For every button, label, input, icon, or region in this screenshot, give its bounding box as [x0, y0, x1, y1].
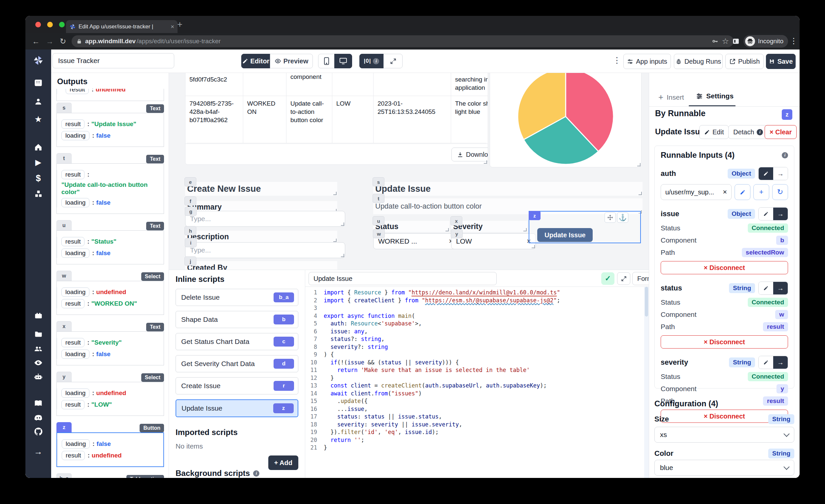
connect-arrow-icon[interactable]: →	[773, 167, 788, 180]
save-button[interactable]: Save	[766, 54, 796, 69]
disconnect-button[interactable]: × Disconnect	[661, 261, 788, 274]
pencil-icon[interactable]	[759, 208, 773, 220]
refresh-resource-icon[interactable]: ↻	[772, 184, 788, 200]
new-tab-button[interactable]: +	[177, 19, 182, 30]
favorites-star-icon[interactable]: ★	[25, 115, 51, 124]
editor-scrollbar[interactable]	[644, 287, 649, 478]
anchor-icon[interactable]: ⚓	[617, 212, 628, 223]
component-tag[interactable]: i	[185, 238, 197, 247]
description-label[interactable]: h Description	[185, 231, 337, 242]
inline-script-z[interactable]: Update Issuez	[175, 400, 298, 417]
home-icon[interactable]	[25, 143, 51, 151]
component-tag[interactable]: e	[184, 177, 196, 187]
script-name-input[interactable]: Update Issue	[309, 272, 497, 285]
resource-input[interactable]: u/user/my_sup...×	[661, 184, 732, 200]
output-toggle-z[interactable]: z	[57, 422, 72, 432]
component-tag[interactable]: w	[373, 229, 385, 238]
status-select[interactable]: w WORKED ...×	[373, 233, 458, 249]
edit-resource-icon[interactable]	[735, 184, 750, 200]
variables-box-icon[interactable]	[25, 311, 51, 320]
component-tag[interactable]: y	[451, 229, 463, 238]
summary-input[interactable]: g Type...	[185, 211, 345, 227]
minimize-window-button[interactable]	[47, 22, 53, 27]
editor-tab[interactable]: Editor	[241, 54, 270, 68]
inline-script-c[interactable]: Get Status Chart Datac	[175, 333, 298, 350]
table-row[interactable]: 794208f5-2735-428a-b4af-b071ff0a2962WORK…	[185, 96, 488, 143]
component-tag[interactable]: g	[185, 207, 197, 216]
preview-tab[interactable]: Preview	[270, 54, 313, 68]
pencil-icon[interactable]	[759, 282, 773, 294]
github-icon[interactable]	[25, 427, 51, 436]
inline-script-b[interactable]: Shape Datab	[175, 311, 298, 328]
workers-robot-icon[interactable]	[25, 372, 51, 381]
output-toggle-x[interactable]: x	[57, 321, 72, 332]
output-toggle-b_a[interactable]: b_a	[57, 473, 72, 478]
disconnect-button[interactable]: × Disconnect	[661, 335, 788, 349]
size-select[interactable]: xs	[654, 427, 794, 443]
output-toggle-w[interactable]: w	[57, 271, 72, 281]
mobile-view-icon[interactable]	[318, 54, 334, 68]
clear-resource-icon[interactable]: ×	[723, 188, 727, 196]
audit-eye-icon[interactable]	[25, 358, 51, 367]
groups-users-icon[interactable]	[25, 344, 51, 354]
output-toggle-t[interactable]: t	[57, 153, 72, 163]
inline-script-b_a[interactable]: Delete Issueb_a	[175, 289, 298, 306]
code-editor[interactable]: 1import { Resource } from "https://deno.…	[305, 287, 644, 478]
debug-runs-button[interactable]: Debug Runs	[674, 54, 723, 69]
move-handle-icon[interactable]	[605, 212, 616, 223]
user-icon[interactable]	[25, 97, 51, 106]
windmill-logo-icon[interactable]	[25, 55, 51, 66]
app-canvas[interactable]: 5fd0f7d5c3c2componentsearching in the ap…	[169, 73, 649, 270]
component-tag[interactable]: t	[373, 194, 384, 203]
app-inputs-button[interactable]: App inputs	[623, 54, 671, 69]
update-button-component-selected[interactable]: z ⚓ Update Issue	[529, 211, 641, 243]
connect-arrow-icon[interactable]: →	[773, 282, 788, 294]
bookmark-star-icon[interactable]: ☆	[722, 37, 729, 45]
discord-icon[interactable]	[25, 413, 51, 423]
browser-menu-icon[interactable]: ⋮	[790, 36, 798, 46]
createdby-label[interactable]: j Created By	[185, 261, 337, 270]
component-tag[interactable]: z	[529, 211, 540, 220]
address-bar[interactable]: app.windmill.dev/apps/edit/u/user/issue-…	[72, 35, 734, 47]
component-tag[interactable]: j	[184, 257, 196, 266]
table-component[interactable]: 5fd0f7d5c3c2componentsearching in the ap…	[185, 73, 488, 165]
add-resource-icon[interactable]: +	[753, 184, 769, 200]
resources-cubes-icon[interactable]	[25, 190, 51, 198]
reload-icon[interactable]: ↻	[60, 37, 66, 46]
clear-runnable-button[interactable]: × Clear	[765, 125, 797, 139]
table-download-button[interactable]: Download	[451, 148, 488, 161]
tab-close-icon[interactable]: ×	[171, 23, 174, 30]
component-tag[interactable]: s	[373, 177, 384, 187]
component-tag[interactable]: h	[184, 226, 196, 235]
add-background-script-button[interactable]: + Add	[268, 455, 298, 470]
color-select[interactable]: blue	[654, 460, 794, 476]
expand-editor-icon[interactable]	[617, 272, 630, 285]
inline-script-r[interactable]: Create Issuer	[175, 377, 298, 394]
browser-tab[interactable]: Edit App u/user/issue-tracker | ×	[66, 20, 177, 33]
edit-runnable-button[interactable]: Edit	[699, 125, 729, 139]
connect-arrow-icon[interactable]: →	[773, 356, 788, 369]
desktop-view-icon[interactable]	[334, 54, 352, 68]
output-toggle-y[interactable]: y	[57, 372, 72, 382]
description-input[interactable]: i Type...	[185, 242, 345, 258]
component-tag[interactable]: f	[184, 196, 196, 206]
key-icon[interactable]	[711, 38, 719, 45]
connect-arrow-icon[interactable]: →	[773, 208, 788, 220]
app-name-input[interactable]: Issue Tracker	[53, 53, 174, 68]
inline-script-d[interactable]: Get Severity Chart Datad	[175, 355, 298, 372]
update-issue-heading[interactable]: s Update Issue	[373, 182, 643, 196]
pie-chart-component[interactable]	[490, 73, 642, 167]
docs-book-icon[interactable]	[25, 399, 51, 408]
table-row[interactable]: 5fd0f7d5c3c2componentsearching in the ap…	[185, 73, 488, 96]
forward-icon[interactable]: →	[46, 37, 54, 46]
component-tag[interactable]: x	[450, 216, 462, 225]
collapse-arrow-icon[interactable]: →	[25, 447, 51, 456]
tab-settings[interactable]: Settings	[696, 92, 734, 100]
output-toggle-s[interactable]: s	[57, 103, 72, 113]
side-panel-icon[interactable]	[732, 38, 740, 45]
back-icon[interactable]: ←	[32, 37, 40, 46]
severity-select[interactable]: y LOW×	[451, 233, 536, 249]
maximize-window-button[interactable]	[59, 22, 65, 27]
pencil-icon[interactable]	[759, 356, 773, 369]
update-issue-button[interactable]: Update Issue	[537, 228, 593, 242]
